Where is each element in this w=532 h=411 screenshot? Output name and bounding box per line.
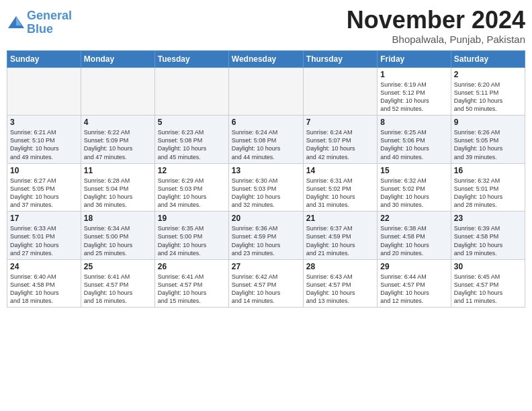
day-number: 15 xyxy=(380,166,447,175)
weekday-header-monday: Monday xyxy=(81,50,154,67)
logo-line2: Blue xyxy=(27,22,53,36)
day-info: Sunrise: 6:40 AMSunset: 4:58 PMDaylight:… xyxy=(10,273,78,306)
calendar-cell: 14Sunrise: 6:31 AMSunset: 5:02 PMDayligh… xyxy=(303,163,377,212)
calendar-cell: 24Sunrise: 6:40 AMSunset: 4:58 PMDayligh… xyxy=(7,259,81,308)
day-number: 8 xyxy=(380,118,447,127)
day-info: Sunrise: 6:35 AMSunset: 5:00 PMDaylight:… xyxy=(158,224,226,257)
calendar-cell: 18Sunrise: 6:34 AMSunset: 5:00 PMDayligh… xyxy=(81,212,154,260)
weekday-header-saturday: Saturday xyxy=(451,50,525,67)
day-info: Sunrise: 6:32 AMSunset: 5:01 PMDaylight:… xyxy=(454,177,522,210)
day-info: Sunrise: 6:32 AMSunset: 5:02 PMDaylight:… xyxy=(380,177,447,210)
calendar-cell: 16Sunrise: 6:32 AMSunset: 5:01 PMDayligh… xyxy=(451,163,525,212)
day-info: Sunrise: 6:39 AMSunset: 4:58 PMDaylight:… xyxy=(454,224,522,257)
calendar-cell: 26Sunrise: 6:41 AMSunset: 4:57 PMDayligh… xyxy=(154,259,228,308)
week-row-2: 3Sunrise: 6:21 AMSunset: 5:10 PMDaylight… xyxy=(7,116,525,164)
calendar-cell: 9Sunrise: 6:26 AMSunset: 5:05 PMDaylight… xyxy=(451,116,525,164)
day-number: 7 xyxy=(306,118,374,127)
calendar-cell: 17Sunrise: 6:33 AMSunset: 5:01 PMDayligh… xyxy=(7,212,81,260)
calendar-cell: 3Sunrise: 6:21 AMSunset: 5:10 PMDaylight… xyxy=(7,116,81,164)
calendar-cell: 29Sunrise: 6:44 AMSunset: 4:57 PMDayligh… xyxy=(378,259,451,308)
location: Bhopalwala, Punjab, Pakistan xyxy=(347,34,525,45)
logo-icon xyxy=(7,13,26,32)
day-info: Sunrise: 6:42 AMSunset: 4:57 PMDaylight:… xyxy=(232,273,300,306)
weekday-header-wednesday: Wednesday xyxy=(228,50,303,67)
calendar-cell xyxy=(303,67,377,116)
day-number: 2 xyxy=(454,70,522,79)
calendar-cell: 25Sunrise: 6:41 AMSunset: 4:57 PMDayligh… xyxy=(81,259,154,308)
day-info: Sunrise: 6:41 AMSunset: 4:57 PMDaylight:… xyxy=(84,273,152,306)
day-number: 1 xyxy=(380,70,447,79)
day-info: Sunrise: 6:22 AMSunset: 5:09 PMDaylight:… xyxy=(84,128,152,161)
calendar-cell: 19Sunrise: 6:35 AMSunset: 5:00 PMDayligh… xyxy=(154,212,228,260)
calendar-cell: 12Sunrise: 6:29 AMSunset: 5:03 PMDayligh… xyxy=(154,163,228,212)
day-number: 6 xyxy=(232,118,300,127)
day-number: 4 xyxy=(84,118,152,127)
day-number: 12 xyxy=(158,166,226,175)
calendar-cell xyxy=(81,67,154,116)
day-number: 19 xyxy=(158,214,226,223)
page-header: General Blue November 2024 Bhopalwala, P… xyxy=(7,7,525,45)
day-info: Sunrise: 6:25 AMSunset: 5:06 PMDaylight:… xyxy=(380,128,447,161)
day-number: 27 xyxy=(232,262,300,271)
day-info: Sunrise: 6:24 AMSunset: 5:07 PMDaylight:… xyxy=(306,128,374,161)
logo-line1: General xyxy=(27,9,72,22)
day-info: Sunrise: 6:36 AMSunset: 4:59 PMDaylight:… xyxy=(232,224,300,257)
day-number: 28 xyxy=(306,262,374,271)
calendar-cell: 30Sunrise: 6:45 AMSunset: 4:57 PMDayligh… xyxy=(451,259,525,308)
week-row-4: 17Sunrise: 6:33 AMSunset: 5:01 PMDayligh… xyxy=(7,212,525,260)
day-number: 24 xyxy=(10,262,78,271)
day-number: 16 xyxy=(454,166,522,175)
calendar-cell: 1Sunrise: 6:19 AMSunset: 5:12 PMDaylight… xyxy=(378,67,451,116)
day-number: 29 xyxy=(380,262,447,271)
day-info: Sunrise: 6:19 AMSunset: 5:12 PMDaylight:… xyxy=(380,81,447,113)
day-number: 13 xyxy=(232,166,300,175)
day-number: 25 xyxy=(84,262,152,271)
day-info: Sunrise: 6:30 AMSunset: 5:03 PMDaylight:… xyxy=(232,177,300,210)
title-area: November 2024 Bhopalwala, Punjab, Pakist… xyxy=(347,7,525,45)
day-number: 26 xyxy=(158,262,226,271)
calendar-cell xyxy=(154,67,228,116)
calendar-cell: 15Sunrise: 6:32 AMSunset: 5:02 PMDayligh… xyxy=(378,163,451,212)
weekday-header-row: SundayMondayTuesdayWednesdayThursdayFrid… xyxy=(7,50,525,67)
calendar-cell: 22Sunrise: 6:38 AMSunset: 4:58 PMDayligh… xyxy=(378,212,451,260)
day-number: 10 xyxy=(10,166,78,175)
calendar-cell xyxy=(7,67,81,116)
day-info: Sunrise: 6:24 AMSunset: 5:08 PMDaylight:… xyxy=(232,128,300,161)
weekday-header-tuesday: Tuesday xyxy=(154,50,228,67)
day-number: 14 xyxy=(306,166,374,175)
month-title: November 2024 xyxy=(347,7,525,34)
day-number: 5 xyxy=(158,118,226,127)
calendar-cell: 20Sunrise: 6:36 AMSunset: 4:59 PMDayligh… xyxy=(228,212,303,260)
logo: General Blue xyxy=(7,7,72,36)
day-info: Sunrise: 6:44 AMSunset: 4:57 PMDaylight:… xyxy=(380,273,447,306)
weekday-header-thursday: Thursday xyxy=(303,50,377,67)
day-number: 21 xyxy=(306,214,374,223)
day-number: 23 xyxy=(454,214,522,223)
day-number: 18 xyxy=(84,214,152,223)
day-info: Sunrise: 6:31 AMSunset: 5:02 PMDaylight:… xyxy=(306,177,374,210)
day-info: Sunrise: 6:27 AMSunset: 5:05 PMDaylight:… xyxy=(10,177,78,210)
calendar-cell: 23Sunrise: 6:39 AMSunset: 4:58 PMDayligh… xyxy=(451,212,525,260)
calendar-cell: 27Sunrise: 6:42 AMSunset: 4:57 PMDayligh… xyxy=(228,259,303,308)
day-number: 3 xyxy=(10,118,78,127)
calendar-cell: 10Sunrise: 6:27 AMSunset: 5:05 PMDayligh… xyxy=(7,163,81,212)
day-info: Sunrise: 6:41 AMSunset: 4:57 PMDaylight:… xyxy=(158,273,226,306)
weekday-header-friday: Friday xyxy=(378,50,451,67)
day-info: Sunrise: 6:45 AMSunset: 4:57 PMDaylight:… xyxy=(454,273,522,306)
calendar-cell: 7Sunrise: 6:24 AMSunset: 5:07 PMDaylight… xyxy=(303,116,377,164)
day-info: Sunrise: 6:28 AMSunset: 5:04 PMDaylight:… xyxy=(84,177,152,210)
day-info: Sunrise: 6:20 AMSunset: 5:11 PMDaylight:… xyxy=(454,81,522,113)
day-info: Sunrise: 6:33 AMSunset: 5:01 PMDaylight:… xyxy=(10,224,78,257)
day-info: Sunrise: 6:37 AMSunset: 4:59 PMDaylight:… xyxy=(306,224,374,257)
week-row-5: 24Sunrise: 6:40 AMSunset: 4:58 PMDayligh… xyxy=(7,259,525,308)
day-number: 11 xyxy=(84,166,152,175)
calendar-cell: 2Sunrise: 6:20 AMSunset: 5:11 PMDaylight… xyxy=(451,67,525,116)
calendar-cell: 8Sunrise: 6:25 AMSunset: 5:06 PMDaylight… xyxy=(378,116,451,164)
day-info: Sunrise: 6:43 AMSunset: 4:57 PMDaylight:… xyxy=(306,273,374,306)
calendar-cell: 6Sunrise: 6:24 AMSunset: 5:08 PMDaylight… xyxy=(228,116,303,164)
calendar-table: SundayMondayTuesdayWednesdayThursdayFrid… xyxy=(7,50,525,308)
day-info: Sunrise: 6:34 AMSunset: 5:00 PMDaylight:… xyxy=(84,224,152,257)
calendar-cell: 4Sunrise: 6:22 AMSunset: 5:09 PMDaylight… xyxy=(81,116,154,164)
day-info: Sunrise: 6:23 AMSunset: 5:08 PMDaylight:… xyxy=(158,128,226,161)
svg-rect-3 xyxy=(13,26,19,28)
